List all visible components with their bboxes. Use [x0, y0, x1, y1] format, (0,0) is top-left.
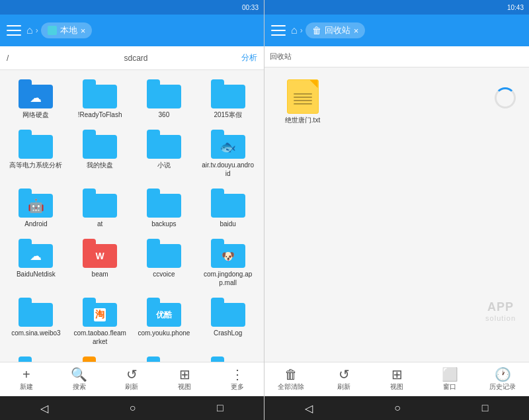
left-status-time: 00:33 — [242, 4, 259, 11]
list-item[interactable]: ccvoice — [134, 235, 195, 291]
list-item[interactable]: !ReadyToFlash — [69, 75, 131, 123]
hamburger-menu[interactable] — [7, 25, 21, 36]
list-item[interactable]: 📷 DCIM — [134, 353, 195, 362]
folder-icon-youku: 优酷 — [147, 298, 181, 327]
more-button[interactable]: ⋮ 更多 — [211, 365, 264, 394]
recents-button[interactable]: □ — [204, 399, 237, 417]
file-name: 网络硬盘 — [22, 110, 49, 119]
trash-icon: 🗑 — [312, 25, 321, 36]
folder-icon — [147, 130, 181, 159]
file-name: com.jingdong.app.mall — [202, 270, 255, 287]
recycle-breadcrumb: 回收站 — [264, 46, 529, 67]
back-button[interactable]: ◁ — [27, 399, 61, 417]
list-item[interactable]: CrystalExpressCN — [5, 353, 67, 362]
folder-icon — [83, 79, 117, 108]
file-name: ccvoice — [153, 270, 175, 278]
local-tab-close[interactable]: × — [81, 26, 86, 35]
right-view-button[interactable]: ⊞ 视图 — [370, 365, 423, 394]
right-refresh-icon: ↺ — [339, 368, 350, 381]
right-back-button[interactable]: ◁ — [292, 399, 326, 417]
list-item[interactable]: W beam — [69, 235, 131, 291]
list-item[interactable]: ☁ 网络硬盘 — [5, 75, 67, 123]
trash-nav-icon: 🗑 — [284, 368, 298, 381]
watermark-line2: solution — [485, 314, 516, 322]
search-icon: 🔍 — [71, 368, 87, 381]
view-button[interactable]: ⊞ 视图 — [158, 365, 211, 394]
folder-icon-beam: W — [83, 239, 117, 268]
file-name: CrashLog — [214, 329, 242, 337]
window-button[interactable]: ⬜ 窗口 — [423, 365, 476, 394]
list-item[interactable]: 🤖 Android — [5, 185, 67, 232]
path-separator: / — [7, 54, 122, 63]
refresh-button[interactable]: ↺ 刷新 — [106, 365, 159, 394]
list-item[interactable]: 绝世唐门.txt — [272, 75, 333, 128]
recycle-tab[interactable]: 🗑 回收站 × — [305, 22, 366, 38]
right-home-icon[interactable]: ⌂ — [291, 24, 298, 36]
home-button[interactable]: ○ — [116, 399, 149, 417]
recycle-grid: 绝世唐门.txt — [264, 67, 529, 136]
list-item[interactable]: 360 — [134, 75, 195, 123]
folder-icon — [147, 239, 181, 268]
list-item[interactable]: 小说 — [134, 126, 195, 182]
local-tab-label: 本地 — [60, 24, 77, 36]
left-panel: 00:33 ⌂ › 本地 × / sdcard 分析 ☁ — [0, 0, 264, 420]
list-item[interactable]: 淘 com.taobao.fleamarket — [69, 294, 131, 350]
clear-all-label: 全部清除 — [278, 382, 304, 392]
right-hamburger-menu[interactable] — [271, 25, 286, 36]
recycle-tab-close[interactable]: × — [354, 26, 359, 35]
right-refresh-button[interactable]: ↺ 刷新 — [317, 365, 370, 394]
folder-icon-dcim: 📷 — [147, 357, 181, 362]
list-item[interactable]: baidu — [197, 185, 259, 232]
list-item[interactable]: W documents — [197, 353, 259, 362]
list-item[interactable]: 🐟 air.tv.douyu.android — [197, 126, 259, 182]
folder-icon — [83, 189, 117, 218]
folder-icon — [147, 79, 181, 108]
left-top-bar: ⌂ › 本地 × — [0, 15, 264, 46]
list-item[interactable]: 🐶 com.jingdong.app.mall — [197, 235, 259, 291]
path-current: sdcard — [124, 54, 239, 63]
watermark-line1: APP — [485, 300, 516, 314]
list-item[interactable]: ☁ BaiduNetdisk — [5, 235, 67, 291]
list-item[interactable]: data — [69, 353, 131, 362]
folder-icon-doc: W — [211, 357, 245, 362]
window-icon: ⬜ — [442, 368, 458, 381]
file-name: beam — [92, 270, 108, 278]
list-item[interactable]: 2015寒假 — [197, 75, 259, 123]
clear-all-button[interactable]: 🗑 全部清除 — [264, 365, 317, 394]
history-button[interactable]: 🕐 历史记录 — [476, 365, 529, 394]
local-tab[interactable]: 本地 × — [41, 22, 93, 38]
new-button[interactable]: + 新建 — [0, 365, 53, 394]
right-home-button[interactable]: ○ — [381, 399, 414, 417]
local-tab-icon — [48, 26, 57, 35]
list-item[interactable]: com.sina.weibo3 — [5, 294, 67, 350]
list-item[interactable]: 优酷 com.youku.phone — [134, 294, 195, 350]
search-button[interactable]: 🔍 搜索 — [53, 365, 106, 394]
list-item[interactable]: 我的快盘 — [69, 126, 131, 182]
list-item[interactable]: CrashLog — [197, 294, 259, 350]
file-name: com.sina.weibo3 — [11, 329, 60, 337]
right-grid-icon: ⊞ — [391, 368, 403, 381]
folder-icon-android: 🤖 — [19, 189, 53, 218]
right-refresh-label: 刷新 — [337, 382, 350, 392]
list-item[interactable]: 高等电力系统分析 — [5, 126, 67, 182]
file-name: baidu — [220, 220, 235, 228]
home-icon[interactable]: ⌂ — [26, 24, 33, 36]
folder-icon — [83, 130, 117, 159]
list-item[interactable]: backups — [134, 185, 195, 232]
new-label: 新建 — [20, 382, 33, 392]
list-item[interactable]: at — [69, 185, 131, 232]
folder-icon — [211, 189, 245, 218]
file-name: 我的快盘 — [87, 161, 113, 169]
left-path-bar: / sdcard 分析 — [0, 46, 264, 70]
recycle-path-label: 回收站 — [270, 52, 292, 60]
analyze-button[interactable]: 分析 — [241, 52, 257, 63]
file-name: 小说 — [157, 161, 171, 169]
file-name: !ReadyToFlash — [78, 110, 122, 119]
folder-icon-cloud: ☁ — [19, 79, 53, 108]
history-label: 历史记录 — [489, 382, 516, 392]
right-sys-nav: ◁ ○ □ — [264, 396, 529, 420]
refresh-label: 刷新 — [125, 382, 138, 392]
recycle-tab-label: 回收站 — [325, 24, 350, 36]
right-recents-button[interactable]: □ — [469, 399, 502, 417]
file-name: air.tv.douyu.android — [202, 161, 255, 178]
